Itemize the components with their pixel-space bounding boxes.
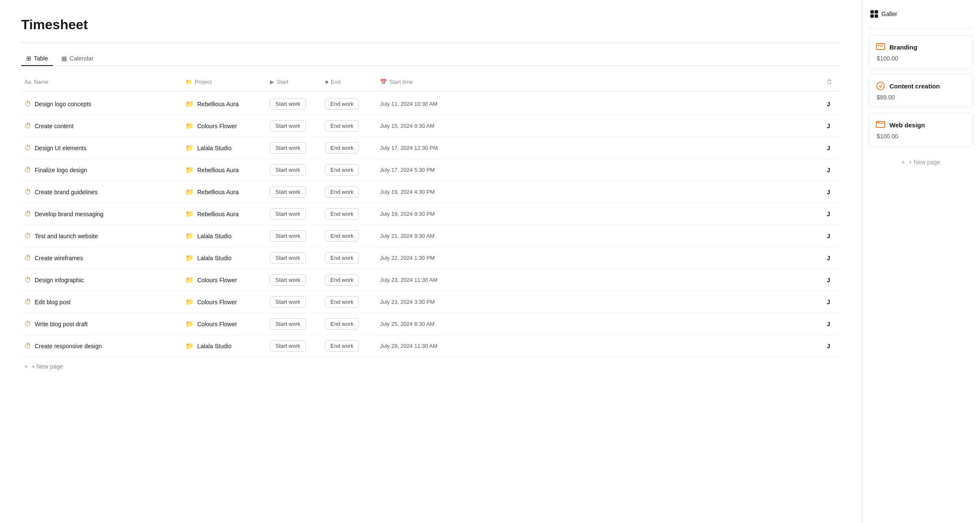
end-work-button-5[interactable]: End work	[325, 208, 359, 220]
start-work-button-3[interactable]: Start work	[270, 164, 306, 176]
end-work-button-4[interactable]: End work	[325, 186, 359, 198]
project-cell-8: 📁 Colours Flower	[182, 272, 267, 288]
col-project-icon: 📁	[185, 79, 192, 85]
sidebar-card-branding[interactable]: Branding $100.00	[869, 35, 973, 69]
project-cell-7: 📁 Lalala Studio	[182, 250, 267, 266]
col-project-header: 📁 Project	[182, 76, 267, 88]
end-cell-6[interactable]: End work	[322, 226, 377, 246]
calendar-tab-icon: ▦	[61, 55, 67, 62]
sidebar-new-page[interactable]: + + New page	[869, 152, 973, 172]
end-work-button-2[interactable]: End work	[325, 142, 359, 154]
avatar-cell-4: J	[823, 184, 840, 200]
end-work-button-7[interactable]: End work	[325, 252, 359, 264]
start-work-button-6[interactable]: Start work	[270, 230, 306, 242]
start-work-button-2[interactable]: Start work	[270, 142, 306, 154]
sidebar-divider	[869, 28, 973, 28]
start-cell-3[interactable]: Start work	[267, 160, 322, 180]
start-work-button-9[interactable]: Start work	[270, 296, 306, 308]
avatar-cell-6: J	[823, 228, 840, 244]
start-cell-10[interactable]: Start work	[267, 314, 322, 334]
start-work-button-10[interactable]: Start work	[270, 318, 306, 330]
end-cell-8[interactable]: End work	[322, 270, 377, 290]
gallery-icon	[870, 10, 878, 18]
end-cell-10[interactable]: End work	[322, 314, 377, 334]
start-work-button-4[interactable]: Start work	[270, 186, 306, 198]
end-cell-11[interactable]: End work	[322, 336, 377, 356]
start-work-button-11[interactable]: Start work	[270, 340, 306, 352]
tab-calendar[interactable]: ▦ Calendar	[56, 52, 99, 66]
task-clock-icon-11: ⏱	[25, 342, 31, 350]
task-clock-icon-5: ⏱	[25, 210, 31, 218]
col-end-icon: ■	[325, 79, 328, 85]
col-project-label: Project	[195, 79, 212, 85]
tabs-container: ⊞ Table ▦ Calendar	[21, 52, 840, 66]
starttime-cell-9: July 23, 2024 3:30 PM	[377, 295, 823, 309]
end-cell-4[interactable]: End work	[322, 182, 377, 202]
end-work-button-9[interactable]: End work	[325, 296, 359, 308]
end-cell-7[interactable]: End work	[322, 248, 377, 268]
end-cell-1[interactable]: End work	[322, 116, 377, 136]
start-time-4: July 19, 2024 4:30 PM	[380, 189, 435, 195]
start-work-button-0[interactable]: Start work	[270, 98, 306, 110]
avatar-11: J	[827, 343, 830, 350]
start-work-button-8[interactable]: Start work	[270, 274, 306, 286]
end-work-button-11[interactable]: End work	[325, 340, 359, 352]
start-cell-1[interactable]: Start work	[267, 116, 322, 136]
table-tab-icon: ⊞	[26, 55, 31, 62]
table-row: ⏱ Create responsive design 📁 Lalala Stud…	[21, 335, 840, 357]
start-cell-8[interactable]: Start work	[267, 270, 322, 290]
end-cell-9[interactable]: End work	[322, 292, 377, 312]
start-time-8: July 23, 2024 11:30 AM	[380, 277, 438, 283]
start-cell-11[interactable]: Start work	[267, 336, 322, 356]
starttime-cell-8: July 23, 2024 11:30 AM	[377, 273, 823, 287]
start-cell-6[interactable]: Start work	[267, 226, 322, 246]
table-row: ⏱ Develop brand messaging 📁 Rebellious A…	[21, 203, 840, 225]
end-work-button-1[interactable]: End work	[325, 120, 359, 132]
end-work-button-10[interactable]: End work	[325, 318, 359, 330]
task-name-cell-11: ⏱ Create responsive design	[21, 338, 182, 354]
table-row: ⏱ Design infographic 📁 Colours Flower St…	[21, 269, 840, 291]
end-cell-3[interactable]: End work	[322, 160, 377, 180]
start-work-button-5[interactable]: Start work	[270, 208, 306, 220]
start-cell-5[interactable]: Start work	[267, 204, 322, 224]
task-name-cell-7: ⏱ Create wireframes	[21, 250, 182, 266]
starttime-cell-3: July 17, 2024 5:30 PM	[377, 162, 823, 177]
content-icon	[876, 81, 885, 91]
col-extra-icon: 🗒	[827, 79, 832, 85]
col-name-icon: Aa	[25, 79, 31, 85]
avatar-9: J	[827, 299, 830, 306]
avatar-cell-2: J	[823, 140, 840, 156]
start-cell-4[interactable]: Start work	[267, 182, 322, 202]
task-clock-icon-0: ⏱	[25, 100, 31, 108]
end-cell-5[interactable]: End work	[322, 204, 377, 224]
start-work-button-1[interactable]: Start work	[270, 120, 306, 132]
task-name-1: Create content	[35, 123, 74, 129]
project-name-1: Colours Flower	[197, 123, 237, 129]
end-work-button-0[interactable]: End work	[325, 98, 359, 110]
project-name-11: Lalala Studio	[197, 343, 231, 350]
start-work-button-7[interactable]: Start work	[270, 252, 306, 264]
sidebar-card-webdesign[interactable]: Web design $100.00	[869, 113, 973, 147]
end-cell-0[interactable]: End work	[322, 94, 377, 114]
webdesign-icon	[876, 120, 885, 129]
end-work-button-6[interactable]: End work	[325, 230, 359, 242]
end-cell-2[interactable]: End work	[322, 138, 377, 158]
project-name-2: Lalala Studio	[197, 145, 231, 151]
card-title-webdesign: Web design	[889, 121, 925, 129]
new-page-row[interactable]: + + New page	[21, 357, 840, 376]
sidebar-card-content[interactable]: Content creation $89.00	[869, 74, 973, 108]
start-cell-0[interactable]: Start work	[267, 94, 322, 114]
end-work-button-8[interactable]: End work	[325, 274, 359, 286]
table-row: ⏱ Create brand guidelines 📁 Rebellious A…	[21, 181, 840, 203]
start-cell-2[interactable]: Start work	[267, 138, 322, 158]
end-work-button-3[interactable]: End work	[325, 164, 359, 176]
tab-table[interactable]: ⊞ Table	[21, 52, 53, 66]
avatar-5: J	[827, 211, 830, 217]
project-cell-5: 📁 Rebellious Aura	[182, 206, 267, 222]
task-name-cell-6: ⏱ Test and launch website	[21, 228, 182, 244]
start-time-7: July 22, 2024 1:30 PM	[380, 255, 435, 261]
start-cell-9[interactable]: Start work	[267, 292, 322, 312]
start-cell-7[interactable]: Start work	[267, 248, 322, 268]
project-name-9: Colours Flower	[197, 299, 237, 306]
folder-icon-11: 📁	[185, 342, 194, 350]
